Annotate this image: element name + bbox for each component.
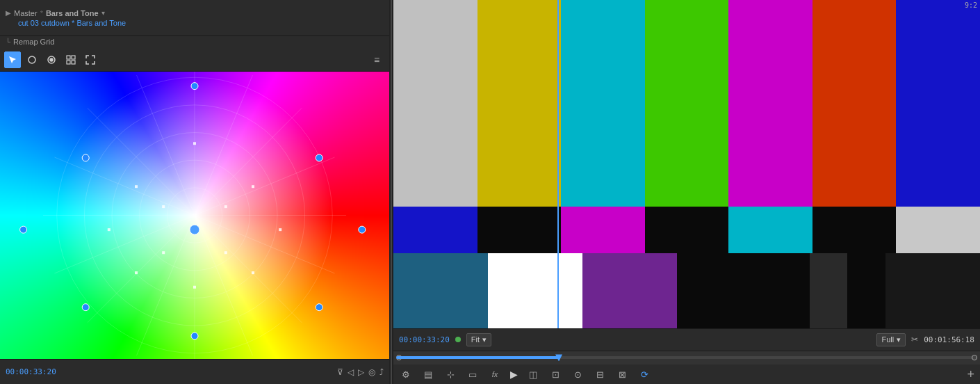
timeline-scrubber[interactable] [393,351,980,365]
breadcrumb-sep1: * [40,9,43,17]
bar-yellow [477,0,562,207]
scrubber-fill [396,356,559,359]
timecode-left: 00:00:33:20 [6,367,56,376]
point-tool-button[interactable] [43,51,60,68]
bot-dark-cyan [393,253,488,328]
bar-green [645,0,729,207]
trim-icon[interactable]: ◫ [526,367,540,381]
select-tool-button[interactable] [4,51,21,68]
color-wheel-canvas[interactable] [0,72,389,359]
fit-dropdown-arrow: ▾ [482,335,487,344]
playhead-indicator-video [557,0,559,328]
timecode-display-left[interactable]: 00:00:33:20 [399,335,450,344]
scrubber-track[interactable] [396,356,977,359]
divider-line [391,0,392,384]
left-panel: ▶ Master * Bars and Tone ▾ cut 03 cutdow… [0,0,389,384]
color-wheel-container[interactable] [0,72,389,359]
bar-red [812,0,897,207]
bar-cyan [561,0,645,207]
badge-text: 9:2 [965,1,977,9]
camera-icon[interactable]: ⊙ [571,367,585,381]
scrubber-dot-right [972,355,977,360]
smpte-bars [393,0,980,328]
remap-row: └ Remap Grid [0,36,389,49]
scissors-icon[interactable]: ✂ [911,335,918,344]
left-bottom-bar: 00:00:33:20 ⊽ ◁ ▷ ◎ ⤴ [0,359,389,384]
quality-label: Full [881,335,894,344]
smpte-middle-row [393,207,980,253]
breadcrumb: ▶ Master * Bars and Tone ▾ [6,9,384,17]
bottom-icons: ⊽ ◁ ▷ ◎ ⤴ [337,367,384,377]
play-icon[interactable]: ▶ [510,369,518,380]
playback-controls-row: 00:00:33:20 Fit ▾ Full ▾ ✂ 00:01:56:18 [393,329,980,351]
edit-icon[interactable]: ▤ [421,367,435,381]
remap-indent: └ [6,38,10,46]
svg-rect-3 [67,56,70,59]
bot-black2 [772,253,810,328]
breadcrumb-arrow: ▶ [6,9,11,17]
grid-tool-button[interactable] [63,51,79,68]
mid-cyan [728,207,812,253]
menu-button[interactable]: ≡ [368,51,385,68]
mid-magenta [561,207,645,253]
right-panel: 9:2 00:00:33:20 Fit ▾ Full ▾ ✂ 00:01:56:… [393,0,980,384]
timecode-display-right[interactable]: 00:01:56:18 [924,335,974,344]
step-back-icon[interactable]: ◁ [348,367,354,377]
bot-purple [582,253,677,328]
svg-rect-5 [67,61,70,64]
settings-icon[interactable]: ⚙ [399,367,413,381]
video-preview: 9:2 [393,0,980,328]
circle-tool-button[interactable] [24,51,40,68]
fx-icon[interactable]: fx [488,367,502,381]
bot-dark-gray [810,253,847,328]
breadcrumb-row2: cut 03 cutdown * Bars and Tone [6,19,384,27]
timeline-area: 00:00:33:20 Fit ▾ Full ▾ ✂ 00:01:56:18 [393,328,980,384]
smpte-top-row [393,0,980,207]
mask-icon[interactable]: ▭ [466,367,480,381]
toolbar: ≡ [0,49,389,72]
svg-rect-6 [72,61,75,64]
bot-black1 [677,253,771,328]
breadcrumb-title[interactable]: Bars and Tone [46,9,99,17]
expand-tool-button[interactable] [82,51,99,68]
top-bar: ▶ Master * Bars and Tone ▾ cut 03 cutdow… [0,0,389,36]
svg-rect-4 [72,56,75,59]
fit-dropdown[interactable]: Fit ▾ [466,333,491,346]
step-forward-icon[interactable]: ▷ [358,367,364,377]
cut-label[interactable]: cut 03 cutdown * Bars and Tone [18,19,126,27]
quality-dropdown-arrow: ▾ [897,335,901,344]
fit-label: Fit [471,335,480,344]
mid-blue [393,207,477,253]
bot-black3 [847,253,885,328]
export-icon[interactable]: ⤴ [379,367,384,377]
svg-point-0 [28,56,35,63]
mid-black1 [477,207,562,253]
bar-gray [393,0,477,207]
filter-icon[interactable]: ⊽ [337,367,343,377]
mid-black2 [645,207,729,253]
bot-near-black [885,253,980,328]
dropdown-arrow: ▾ [101,9,105,17]
mid-gray [896,207,980,253]
slip-icon[interactable]: ⊡ [548,367,562,381]
bot-white [488,253,582,328]
remap-label[interactable]: Remap Grid [13,38,54,46]
breadcrumb-master: Master [14,9,38,17]
multicam-icon[interactable]: ⊟ [593,367,607,381]
layout-icon[interactable]: ⊠ [615,367,629,381]
bar-magenta [728,0,812,207]
snap-icon[interactable]: ⊹ [443,367,457,381]
motion-icon[interactable]: ⟳ [637,367,651,381]
circle-icon-bottom[interactable]: ◎ [368,367,375,377]
smpte-bottom-row [393,253,980,328]
bar-blue [896,0,980,207]
green-dot [455,337,461,342]
bottom-toolbar: ⚙ ▤ ⊹ ▭ fx ▶ ◫ ⊡ ⊙ ⊟ ⊠ ⟳ + [393,365,980,384]
quality-dropdown[interactable]: Full ▾ [876,333,906,346]
add-icon[interactable]: + [967,367,974,382]
menu-icon: ≡ [374,54,379,65]
svg-point-2 [50,58,53,61]
timecode-badge: 9:2 [962,0,980,10]
mid-black3 [812,207,897,253]
